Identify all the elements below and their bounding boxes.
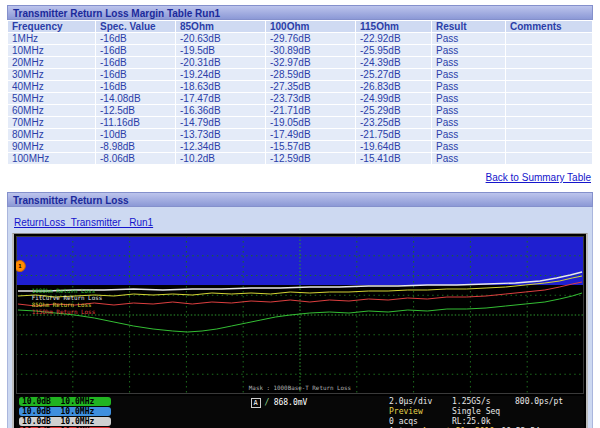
- scope-plot-svg: 100Ohm Return Loss FitCurve Return Loss …: [16, 236, 584, 394]
- col-frequency: Frequency: [8, 21, 96, 33]
- timebase-value: 2.0μs/div: [389, 397, 445, 406]
- channel-row-1: 10.0dB 10.0MHz: [19, 397, 169, 406]
- table-row: 40MHz-16dB-18.63dB-27.35dB-26.83dBPass: [8, 81, 593, 93]
- result-cell: Pass: [432, 105, 506, 117]
- table-row: 30MHz-16dB-19.24dB-28.59dB-25.27dBPass: [8, 69, 593, 81]
- trigger-level: 868.0mV: [274, 398, 308, 407]
- table-row: 60MHz-12.5dB-16.36dB-21.71dB-25.29dBPass: [8, 105, 593, 117]
- result-cell: Pass: [432, 57, 506, 69]
- channel-badge-gray: 10.0dB 10.0MHz: [19, 417, 111, 426]
- acq-mode-label: Single Seq: [452, 407, 500, 416]
- table-row: 70MHz-11.16dB-14.79dB-19.05dB-23.25dBPas…: [8, 117, 593, 129]
- legend-fitcurve: FitCurve Return Loss: [32, 294, 103, 301]
- result-cell: Pass: [432, 69, 506, 81]
- report-page: Transmitter Return Loss Margin Table Run…: [0, 0, 600, 428]
- plot-section-header: Transmitter Return Loss: [7, 192, 593, 207]
- plot-section-body: ReturnLoss_Transmitter _Run1: [7, 207, 593, 428]
- margin-table-header: Transmitter Return Loss Margin Table Run…: [7, 5, 593, 20]
- result-cell: Pass: [432, 93, 506, 105]
- scope-screenshot: 100Ohm Return Loss FitCurve Return Loss …: [12, 233, 588, 428]
- col-comments: Comments: [506, 21, 593, 33]
- scope-graticule: 100Ohm Return Loss FitCurve Return Loss …: [16, 236, 584, 394]
- table-row: 100MHz-8.06dB-10.2dB-12.59dB-15.41dBPass: [8, 153, 593, 165]
- col-result: Result: [432, 21, 506, 33]
- trace-legend: 100Ohm Return Loss FitCurve Return Loss …: [32, 287, 103, 315]
- channel-badge-green: 10.0dB 10.0MHz: [19, 397, 111, 406]
- col-spec-value: Spec. Value: [96, 21, 176, 33]
- channel-row-2: 10.0dB 10.0MHz: [19, 407, 169, 416]
- samplerate-value: 1.25GS/s: [452, 397, 508, 406]
- acqs-row: 0 acqs RL:25.0k: [389, 417, 581, 426]
- channel-badge-blue: 10.0dB 10.0MHz: [19, 407, 111, 416]
- record-length: RL:25.0k: [452, 417, 491, 426]
- ref-marker: 1: [16, 261, 25, 272]
- trigger-slope-icon: /: [265, 398, 270, 407]
- result-cell: Pass: [432, 153, 506, 165]
- margin-table: Frequency Spec. Value 85Ohm 100Ohm 115Oh…: [7, 20, 593, 165]
- resolution-value: 800.0ps/pt: [515, 397, 563, 406]
- trace-100ohm: [18, 293, 582, 332]
- back-link-row: Back to Summary Table: [7, 165, 593, 186]
- result-cell: Pass: [432, 33, 506, 45]
- result-cell: Pass: [432, 141, 506, 153]
- preview-label: Preview: [389, 407, 445, 416]
- trigger-readout: A / 868.0mV: [169, 397, 389, 428]
- acq-count: 0 acqs: [389, 417, 445, 426]
- back-to-summary-link[interactable]: Back to Summary Table: [486, 172, 591, 183]
- margin-table-section: Transmitter Return Loss Margin Table Run…: [7, 5, 593, 186]
- legend-100ohm: 100Ohm Return Loss: [32, 287, 96, 294]
- table-row: 10MHz-16dB-19.5dB-30.89dB-25.95dBPass: [8, 45, 593, 57]
- result-cell: Pass: [432, 81, 506, 93]
- table-header-row: Frequency Spec. Value 85Ohm 100Ohm 115Oh…: [8, 21, 593, 33]
- channel-row-3: 10.0dB 10.0MHz: [19, 417, 169, 426]
- timebase-row: 2.0μs/div 1.25GS/s 800.0ps/pt: [389, 397, 581, 406]
- table-row: 90MHz-8.98dB-12.34dB-15.57dB-19.64dBPass: [8, 141, 593, 153]
- legend-85ohm: 85Ohm Return Loss: [32, 301, 92, 308]
- col-100ohm: 100Ohm: [266, 21, 356, 33]
- run-plot-link[interactable]: ReturnLoss_Transmitter _Run1: [14, 217, 153, 228]
- col-115ohm: 115Ohm: [356, 21, 432, 33]
- result-cell: Pass: [432, 129, 506, 141]
- legend-115ohm: 115Ohm Return Loss: [32, 308, 96, 315]
- channel-readouts: 10.0dB 10.0MHz 10.0dB 10.0MHz 10.0dB 10.…: [19, 397, 169, 428]
- table-row: 80MHz-10dB-13.73dB-17.49dB-21.75dBPass: [8, 129, 593, 141]
- acquisition-readouts: 2.0μs/div 1.25GS/s 800.0ps/pt Preview Si…: [389, 397, 581, 428]
- preview-row: Preview Single Seq: [389, 407, 581, 416]
- result-cell: Pass: [432, 45, 506, 57]
- table-row: 20MHz-16dB-20.31dB-32.97dB-24.39dBPass: [8, 57, 593, 69]
- table-row: 1MHz-16dB-20.63dB-29.76dB-22.92dBPass: [8, 33, 593, 45]
- trigger-source-icon: A: [251, 398, 261, 408]
- result-cell: Pass: [432, 117, 506, 129]
- scope-status-bar: 10.0dB 10.0MHz 10.0dB 10.0MHz 10.0dB 10.…: [16, 396, 584, 428]
- col-85ohm: 85Ohm: [176, 21, 266, 33]
- mask-label: Mask : 1000Base-T Return Loss: [249, 384, 351, 391]
- table-row: 50MHz-14.08dB-17.47dB-23.73dB-24.99dBPas…: [8, 93, 593, 105]
- return-loss-plot-section: Transmitter Return Loss ReturnLoss_Trans…: [7, 192, 593, 428]
